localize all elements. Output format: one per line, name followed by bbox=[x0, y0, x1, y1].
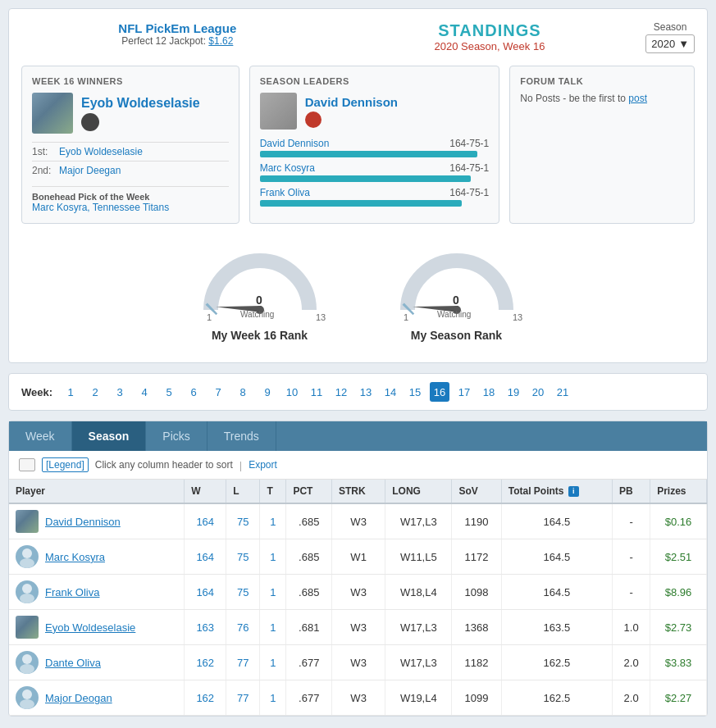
player-4-w: 163 bbox=[185, 610, 226, 645]
player-5-w: 162 bbox=[185, 645, 226, 680]
week-btn-15[interactable]: 15 bbox=[405, 382, 425, 402]
th-player[interactable]: Player bbox=[9, 480, 185, 503]
th-strk[interactable]: STRK bbox=[332, 480, 385, 503]
print-icon[interactable] bbox=[19, 458, 35, 471]
player-4-long: W17,L3 bbox=[385, 610, 452, 645]
week-btn-21[interactable]: 21 bbox=[553, 382, 572, 402]
player-6-pb: 2.0 bbox=[613, 680, 650, 716]
week-btn-4[interactable]: 4 bbox=[135, 382, 154, 402]
week-btn-17[interactable]: 17 bbox=[454, 382, 474, 402]
tab-season[interactable]: Season bbox=[72, 421, 147, 451]
season-dropdown[interactable]: 2020 ▼ bbox=[645, 34, 695, 53]
leader-bar-2-fill bbox=[260, 175, 471, 182]
week-btn-10[interactable]: 10 bbox=[282, 382, 302, 402]
bonehead-name[interactable]: Marc Kosyra, Tennessee Titans bbox=[32, 202, 229, 213]
player-1-pct: .685 bbox=[286, 503, 332, 539]
week-btn-2[interactable]: 2 bbox=[85, 382, 105, 402]
svg-text:0: 0 bbox=[256, 293, 262, 307]
place-2nd-name[interactable]: Major Deegan bbox=[59, 165, 121, 176]
leader-name-2[interactable]: Marc Kosyra bbox=[260, 162, 315, 174]
player-1-w: 164 bbox=[185, 503, 226, 539]
week-btn-8[interactable]: 8 bbox=[233, 382, 253, 402]
th-pct[interactable]: PCT bbox=[286, 480, 332, 503]
week-btn-5[interactable]: 5 bbox=[159, 382, 179, 402]
week-btn-20[interactable]: 20 bbox=[528, 382, 548, 402]
place-1st-name[interactable]: Eyob Woldeselasie bbox=[59, 146, 143, 157]
week-rank-gauge-svg: 1 13 0 Watching bbox=[194, 240, 326, 322]
player-name-4[interactable]: Eyob Woldeselasie bbox=[45, 621, 135, 634]
player-5-pb: 2.0 bbox=[613, 645, 650, 680]
player-cell-inner-3: Frank Oliva bbox=[16, 580, 177, 603]
week-btn-3[interactable]: 3 bbox=[110, 382, 130, 402]
th-l[interactable]: L bbox=[226, 480, 260, 503]
player-cell-3: Frank Oliva bbox=[9, 575, 185, 610]
player-4-t: 1 bbox=[260, 610, 286, 645]
jackpot-amount[interactable]: $1.62 bbox=[208, 35, 233, 47]
player-6-prizes: $2.27 bbox=[650, 680, 707, 716]
season-rank-gauge: 1 13 0 Watching My Season Rank bbox=[391, 240, 522, 342]
tab-week[interactable]: Week bbox=[9, 421, 72, 451]
week-btn-6[interactable]: 6 bbox=[184, 382, 203, 402]
player-name-3[interactable]: Frank Oliva bbox=[45, 586, 99, 598]
league-title: NFL PickEm League bbox=[21, 21, 334, 35]
th-total-points[interactable]: Total Points i bbox=[501, 480, 612, 503]
week-btn-11[interactable]: 11 bbox=[307, 382, 326, 402]
export-button[interactable]: Export bbox=[249, 459, 277, 471]
week-btn-12[interactable]: 12 bbox=[331, 382, 351, 402]
bonehead-section: Bonehead Pick of the Week Marc Kosyra, T… bbox=[32, 186, 229, 213]
leader-name-3[interactable]: Frank Oliva bbox=[260, 187, 310, 198]
week-btn-13[interactable]: 13 bbox=[356, 382, 376, 402]
table-row: Dante Oliva 162 77 1 .677 W3 W17,L3 1182… bbox=[9, 645, 707, 680]
player-cell-inner-5: Dante Oliva bbox=[16, 651, 177, 674]
week-btn-19[interactable]: 19 bbox=[504, 382, 523, 402]
svg-point-18 bbox=[22, 689, 32, 699]
player-name-2[interactable]: Marc Kosyra bbox=[45, 551, 105, 563]
sort-hint: Click any column header to sort bbox=[95, 459, 233, 471]
week-btn-16[interactable]: 16 bbox=[430, 382, 449, 402]
week-btn-18[interactable]: 18 bbox=[479, 382, 499, 402]
leader-bar-1-label: David Dennison 164-75-1 bbox=[260, 138, 490, 149]
winner-name[interactable]: Eyob Woldeselasie bbox=[81, 96, 200, 111]
player-cell-1: David Dennison bbox=[9, 503, 185, 539]
th-t[interactable]: T bbox=[260, 480, 286, 503]
player-1-pb: - bbox=[613, 503, 650, 539]
svg-text:13: 13 bbox=[513, 312, 522, 322]
week-btn-7[interactable]: 7 bbox=[208, 382, 228, 402]
week-btn-14[interactable]: 14 bbox=[381, 382, 400, 402]
tab-picks[interactable]: Picks bbox=[146, 421, 207, 451]
forum-post-link[interactable]: post bbox=[628, 93, 647, 104]
player-6-l: 77 bbox=[226, 680, 260, 716]
player-avatar-4 bbox=[16, 616, 39, 639]
th-pb[interactable]: PB bbox=[613, 480, 650, 503]
tab-trends[interactable]: Trends bbox=[208, 421, 276, 451]
legend-button[interactable]: [Legend] bbox=[42, 457, 89, 472]
th-long[interactable]: LONG bbox=[385, 480, 452, 503]
week-btn-9[interactable]: 9 bbox=[258, 382, 277, 402]
season-leaders-card: SEASON LEADERS David Dennison David Denn… bbox=[249, 66, 500, 224]
player-2-t: 1 bbox=[260, 539, 286, 575]
th-prizes[interactable]: Prizes bbox=[650, 480, 707, 503]
player-name-5[interactable]: Dante Oliva bbox=[45, 657, 101, 669]
player-1-prizes: $0.16 bbox=[650, 503, 707, 539]
week-btn-1[interactable]: 1 bbox=[61, 382, 80, 402]
leader-name[interactable]: David Dennison bbox=[305, 95, 398, 109]
player-2-l: 75 bbox=[226, 539, 260, 575]
player-2-pct: .685 bbox=[286, 539, 332, 575]
player-3-pb: - bbox=[613, 575, 650, 610]
player-cell-inner-1: David Dennison bbox=[16, 510, 177, 533]
jackpot-label: Perfect 12 Jackpot: bbox=[121, 35, 208, 47]
th-w[interactable]: W bbox=[185, 480, 226, 503]
player-6-pct: .677 bbox=[286, 680, 332, 716]
player-name-1[interactable]: David Dennison bbox=[45, 516, 121, 528]
player-4-tp: 163.5 bbox=[501, 610, 612, 645]
leader-name-1[interactable]: David Dennison bbox=[260, 138, 330, 149]
standings-title: STANDINGS bbox=[334, 21, 646, 40]
th-sov[interactable]: SoV bbox=[452, 480, 501, 503]
player-avatar-6 bbox=[16, 686, 39, 709]
player-name-6[interactable]: Major Deogan bbox=[45, 692, 112, 704]
leader-bar-2: Marc Kosyra 164-75-1 bbox=[260, 162, 490, 182]
svg-text:1: 1 bbox=[207, 312, 212, 322]
player-1-t: 1 bbox=[260, 503, 286, 539]
player-2-strk: W1 bbox=[332, 539, 385, 575]
place-2nd: 2nd: Major Deegan bbox=[32, 161, 229, 180]
